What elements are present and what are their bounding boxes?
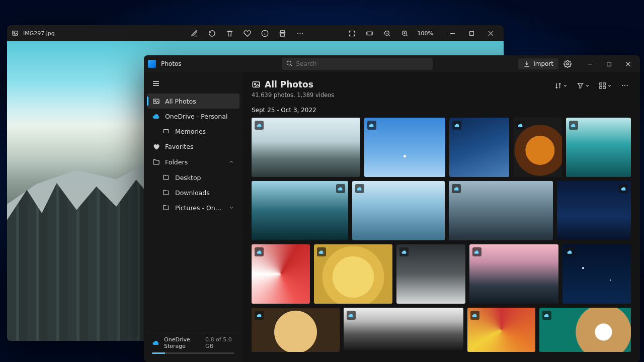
photo-thumbnail[interactable]: [449, 118, 509, 177]
close-button[interactable]: [481, 26, 500, 40]
onedrive-badge-icon: [566, 247, 575, 256]
svg-point-24: [624, 85, 625, 86]
content-more-icon[interactable]: [619, 79, 631, 92]
photo-thumbnail[interactable]: [557, 181, 631, 240]
search-input[interactable]: [282, 58, 433, 70]
zoom-out-icon[interactable]: [380, 28, 394, 39]
photos-maximize-button[interactable]: [600, 57, 618, 71]
photo-thumbnail[interactable]: [364, 118, 446, 177]
sidebar-item-label: OneDrive - Personal: [165, 113, 227, 120]
delete-icon[interactable]: [223, 28, 236, 39]
gallery-icon: [252, 80, 261, 89]
heart-icon: [152, 142, 160, 150]
sort-button[interactable]: [552, 80, 570, 92]
content-heading: All Photos: [265, 79, 313, 89]
photos-close-button[interactable]: [619, 57, 637, 71]
onedrive-badge-icon: [452, 184, 461, 193]
image-icon: [152, 97, 160, 105]
filmstrip-icon[interactable]: [363, 28, 376, 39]
hamburger-icon[interactable]: [149, 76, 163, 90]
sidebar-item-label: Memories: [175, 128, 206, 135]
photo-thumbnail[interactable]: [467, 308, 535, 352]
photo-thumbnail[interactable]: [252, 181, 348, 240]
svg-point-23: [622, 85, 623, 86]
photo-thumbnail[interactable]: [449, 181, 552, 240]
sidebar-folder-downloads[interactable]: Downloads: [147, 185, 239, 200]
sidebar-item-label: All Photos: [165, 98, 196, 105]
svg-rect-22: [603, 86, 605, 88]
photo-thumbnail[interactable]: [396, 244, 465, 304]
photo-thumbnail[interactable]: [562, 244, 631, 304]
svg-point-5: [299, 33, 300, 34]
cloud-icon: [152, 339, 160, 347]
onedrive-badge-icon: [569, 121, 578, 130]
photo-thumbnail[interactable]: [566, 118, 631, 177]
folder-icon: [162, 189, 170, 197]
print-icon[interactable]: [276, 28, 289, 39]
onedrive-badge-icon: [542, 311, 551, 320]
more-icon[interactable]: [293, 28, 307, 39]
sidebar-item-all-photos[interactable]: All Photos: [147, 94, 239, 109]
photo-thumbnail[interactable]: [539, 308, 631, 352]
sidebar-folders-header[interactable]: Folders: [147, 154, 239, 170]
photo-thumbnail[interactable]: [252, 244, 310, 304]
svg-rect-13: [607, 62, 611, 66]
svg-rect-16: [164, 130, 169, 133]
chevron-down-icon: [228, 205, 234, 211]
svg-rect-7: [366, 32, 372, 35]
cloud-icon: [152, 112, 160, 120]
photos-app-title: Photos: [161, 60, 181, 67]
sidebar-item-onedrive[interactable]: OneDrive - Personal: [147, 109, 239, 124]
sidebar-folder-pictures[interactable]: Pictures - OneDrive Personal: [147, 200, 239, 215]
sidebar-item-favorites[interactable]: Favorites: [147, 139, 239, 154]
date-range-label: Sept 25 - Oct 3, 2022: [252, 107, 631, 114]
sidebar-item-memories[interactable]: Memories: [147, 124, 239, 139]
svg-rect-20: [603, 82, 605, 84]
svg-point-6: [301, 33, 302, 34]
svg-point-15: [154, 100, 156, 102]
view-button[interactable]: [597, 80, 614, 92]
viewer-filename: IMG297.jpg: [23, 30, 55, 37]
sidebar-storage[interactable]: OneDrive Storage 0.8 of 5.0 GB: [147, 332, 239, 358]
photo-thumbnail[interactable]: [352, 181, 445, 240]
minimize-button[interactable]: [443, 26, 461, 40]
photo-thumbnail[interactable]: [252, 308, 340, 352]
photo-thumbnail[interactable]: [314, 244, 393, 304]
onedrive-badge-icon: [472, 247, 481, 256]
sidebar-item-label: Downloads: [175, 189, 210, 197]
photo-thumbnail[interactable]: [344, 308, 463, 352]
photo-thumbnail[interactable]: [252, 118, 360, 177]
onedrive-badge-icon: [347, 311, 356, 320]
folder-icon: [162, 173, 170, 182]
onedrive-badge-icon: [355, 184, 364, 193]
edit-icon[interactable]: [188, 28, 201, 39]
info-icon[interactable]: [258, 28, 272, 39]
fullscreen-icon[interactable]: [345, 28, 359, 39]
chevron-up-icon: [228, 159, 234, 165]
svg-point-25: [627, 85, 628, 86]
filter-button[interactable]: [575, 80, 592, 92]
sidebar-item-label: Pictures - OneDrive Personal: [175, 204, 223, 212]
photo-thumbnail[interactable]: [469, 244, 558, 304]
settings-icon[interactable]: [560, 58, 575, 70]
onedrive-badge-icon: [452, 121, 461, 130]
zoom-in-icon[interactable]: [398, 28, 412, 39]
photo-gallery: [252, 118, 631, 352]
rotate-icon[interactable]: [205, 28, 219, 39]
onedrive-badge-icon: [336, 184, 345, 193]
svg-point-11: [287, 61, 291, 65]
maximize-button[interactable]: [462, 26, 480, 40]
favorite-icon[interactable]: [240, 28, 254, 39]
photo-thumbnail[interactable]: [513, 118, 562, 177]
sidebar-item-label: Favorites: [165, 143, 193, 150]
photos-minimize-button[interactable]: [581, 57, 599, 71]
sidebar-folder-desktop[interactable]: Desktop: [147, 170, 239, 185]
folder-icon: [162, 204, 170, 212]
import-button[interactable]: Import: [518, 58, 558, 69]
svg-rect-10: [469, 31, 473, 35]
svg-point-18: [254, 83, 256, 85]
onedrive-badge-icon: [367, 121, 376, 130]
onedrive-badge-icon: [470, 311, 479, 320]
photos-app-window: Photos Import All Photo: [144, 55, 640, 362]
content-subtitle: 41,639 photos, 1,389 videos: [252, 92, 334, 99]
